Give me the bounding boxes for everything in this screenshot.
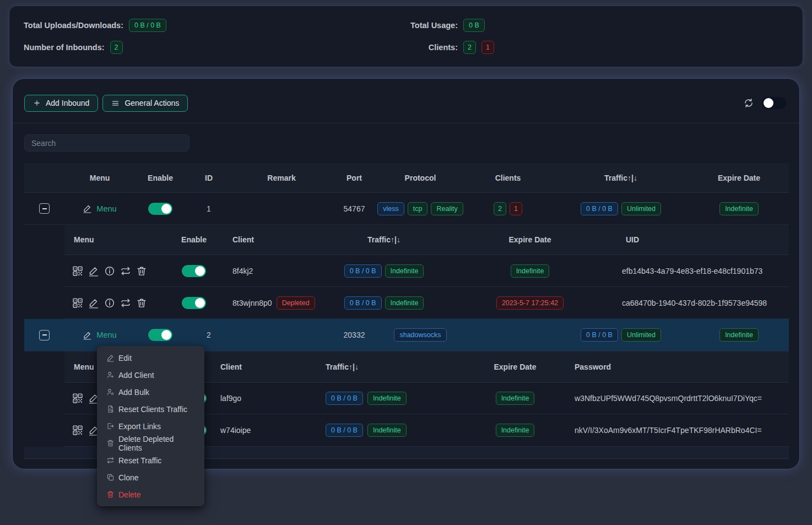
plus-icon	[33, 99, 41, 107]
stat-total-uploads-downloads-label: Total Uploads/Downloads:	[24, 21, 123, 30]
edit-pencil-icon[interactable]	[88, 266, 99, 277]
auto-refresh-toggle[interactable]	[762, 97, 786, 109]
header-expire-date: Expire Date	[457, 362, 573, 371]
header-id: ID	[186, 174, 232, 182]
expire-badge: Indefinite	[496, 424, 535, 437]
clients-active-badge: 2	[494, 202, 506, 215]
menu-item-clone[interactable]: Clone	[97, 469, 204, 486]
expire-badge: Indefinite	[496, 392, 535, 405]
document-icon	[106, 405, 115, 413]
inbound1-clients-table: Menu Enable Client Traffic↑|↓ Expire Dat…	[64, 225, 789, 319]
menu-item-delete-depleted-clients[interactable]: Delete Depleted Clients	[97, 435, 204, 452]
traffic-limit-badge: Indefinite	[367, 392, 407, 405]
client-enable-toggle[interactable]	[182, 297, 206, 309]
menu-item-add-bulk[interactable]: Add Bulk	[97, 383, 204, 400]
menu-item-add-client[interactable]: Add Client	[97, 366, 204, 383]
info-icon[interactable]	[104, 297, 115, 308]
clients-depleted-badge: 1	[510, 202, 522, 215]
reset-traffic-icon	[106, 456, 115, 464]
inbound-port: 20332	[331, 331, 377, 339]
edit-pencil-icon	[83, 204, 92, 213]
client-enable-toggle[interactable]	[182, 265, 206, 277]
reset-traffic-icon[interactable]	[120, 266, 131, 277]
traffic-badge: 0 B / 0 B	[326, 392, 363, 405]
header-menu: Menu	[64, 174, 135, 182]
clients-table-header: Menu Enable Client Traffic↑|↓ Expire Dat…	[64, 225, 789, 255]
client-name: 8f4kj2	[232, 267, 253, 275]
inbound-menu-button[interactable]: Menu	[83, 204, 116, 213]
network-tag: tcp	[408, 202, 428, 215]
header-password: Password	[573, 362, 789, 371]
add-inbound-label: Add Inbound	[46, 99, 89, 107]
traffic-badge: 0 B / 0 B	[581, 328, 618, 342]
inbound-port: 54767	[331, 204, 377, 213]
traffic-limit-badge: Unlimited	[621, 202, 661, 215]
edit-pencil-icon[interactable]	[88, 297, 99, 308]
add-inbound-button[interactable]: Add Inbound	[24, 95, 98, 112]
client-uid: ca68470b-1940-437d-802b-1f9573e94598	[610, 299, 789, 307]
inbound-enable-toggle[interactable]	[148, 203, 172, 215]
inbound-context-menu: Edit Add Client Add Bulk Reset Clients T…	[97, 346, 204, 506]
traffic-badge: 0 B / 0 B	[581, 202, 618, 215]
qr-code-icon[interactable]	[72, 425, 83, 436]
inbound-id: 1	[186, 204, 232, 213]
depleted-badge: Depleted	[277, 296, 315, 310]
header-traffic-sort[interactable]: Traffic↑|↓	[318, 235, 450, 244]
header-expire-date: Expire Date	[689, 174, 789, 182]
protocol-tag: shadowsocks	[394, 328, 446, 342]
header-client: Client	[219, 235, 318, 244]
general-actions-button[interactable]: General Actions	[102, 95, 188, 112]
stat-total-usage-value: 0 B	[463, 19, 485, 32]
qr-code-icon[interactable]	[72, 266, 83, 277]
client-password: nkV/I/3XoAm9v6xMT/T5IcrF4TpeTKF98rHARbRo…	[573, 426, 789, 435]
protocol-tag: vless	[377, 202, 404, 215]
header-protocol: Protocol	[377, 174, 463, 182]
header-enable: Enable	[135, 174, 186, 182]
stat-clients-label: Clients:	[409, 43, 458, 52]
hamburger-icon	[111, 99, 120, 107]
stat-total-usage: Total Usage: 0 B	[387, 18, 788, 33]
traffic-badge: 0 B / 0 B	[344, 296, 382, 310]
inbound-menu-button[interactable]: Menu	[83, 331, 116, 340]
stat-clients: Clients: 2 1	[387, 40, 788, 55]
inbounds-panel: Add Inbound General Actions Menu Enable …	[12, 78, 800, 469]
delete-client-icon[interactable]	[136, 297, 147, 308]
search-input[interactable]	[24, 134, 190, 151]
info-icon[interactable]	[104, 266, 115, 277]
menu-item-export-links[interactable]: Export Links	[97, 418, 204, 435]
qr-code-icon[interactable]	[72, 393, 83, 404]
stat-number-of-inbounds: Number of Inbounds: 2	[24, 40, 387, 55]
refresh-icon[interactable]	[743, 98, 754, 109]
client-password: w3NfbzUPf5WWd745Q8pvsmQrdrttT2lO6knuI7Di…	[573, 394, 789, 403]
stat-total-uploads-downloads: Total Uploads/Downloads: 0 B / 0 B	[24, 18, 387, 33]
add-user-icon	[106, 371, 115, 379]
header-enable: Enable	[169, 235, 219, 244]
menu-item-reset-clients-traffic[interactable]: Reset Clients Traffic	[97, 400, 204, 418]
collapse-row-button[interactable]	[39, 330, 50, 340]
toolbar-divider	[13, 123, 799, 123]
header-port: Port	[331, 174, 377, 182]
edit-pencil-icon	[106, 354, 115, 362]
clone-icon	[106, 473, 115, 481]
header-menu: Menu	[64, 235, 169, 244]
menu-item-delete[interactable]: Delete	[97, 486, 204, 503]
client-row: 8t3wjnn8p0 Depleted 0 B / 0 B Indefinite…	[64, 287, 789, 319]
inbound-id: 2	[186, 331, 232, 339]
expire-badge: 2023-5-7 17:25:42	[496, 296, 564, 310]
header-traffic-sort[interactable]: Traffic↑|↓	[324, 362, 457, 371]
collapse-row-button[interactable]	[39, 203, 50, 214]
inbound-enable-toggle[interactable]	[148, 329, 172, 341]
toolbar: Add Inbound General Actions	[24, 94, 786, 112]
delete-client-icon[interactable]	[136, 266, 147, 277]
traffic-badge: 0 B / 0 B	[344, 264, 382, 278]
client-name: 8t3wjnn8p0	[232, 299, 272, 307]
qr-code-icon[interactable]	[72, 297, 83, 308]
menu-item-edit[interactable]: Edit	[97, 349, 204, 366]
reset-traffic-icon[interactable]	[120, 297, 131, 308]
menu-item-reset-traffic[interactable]: Reset Traffic	[97, 452, 204, 469]
header-uid: UID	[610, 235, 789, 244]
header-clients: Clients	[463, 174, 553, 182]
expire-badge: Indefinite	[511, 264, 550, 278]
header-traffic-sort[interactable]: Traffic↑|↓	[553, 174, 689, 182]
traffic-limit-badge: Unlimited	[621, 328, 661, 342]
